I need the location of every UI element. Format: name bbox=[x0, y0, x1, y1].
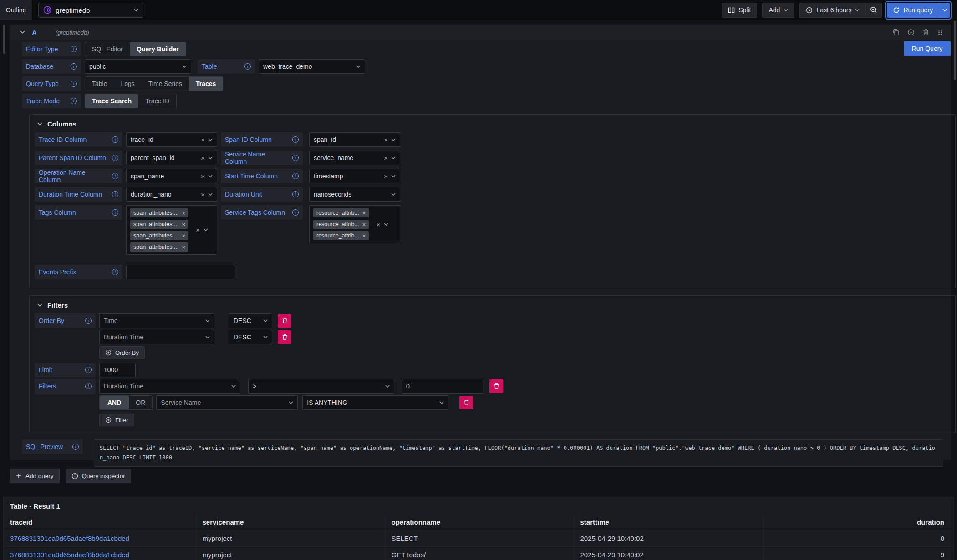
remove-chip-icon[interactable]: × bbox=[182, 233, 185, 239]
info-icon[interactable]: i bbox=[292, 191, 299, 197]
remove-chip-icon[interactable]: × bbox=[182, 222, 185, 227]
info-icon[interactable]: i bbox=[112, 136, 118, 143]
info-icon[interactable]: i bbox=[85, 383, 92, 389]
filter-field-select[interactable]: Duration Time bbox=[99, 379, 240, 394]
column-header-servicename[interactable]: servicename bbox=[196, 515, 385, 530]
remove-chip-icon[interactable]: × bbox=[362, 233, 366, 239]
clear-icon[interactable]: × bbox=[384, 136, 388, 143]
editor-type-option-sql-editor[interactable]: SQL Editor bbox=[85, 42, 130, 56]
database-select[interactable]: public bbox=[85, 59, 191, 74]
condition-and-option[interactable]: AND bbox=[100, 396, 129, 409]
filter-operator-select[interactable]: > bbox=[248, 379, 394, 394]
trace-id-link[interactable]: 3768831301ea0d65adaef8b9da1cbded bbox=[10, 551, 129, 559]
columns-section-header[interactable]: Columns bbox=[35, 119, 950, 128]
remove-filter-button[interactable] bbox=[489, 379, 503, 393]
run-query-button[interactable]: Run query bbox=[887, 3, 939, 18]
info-icon[interactable]: i bbox=[292, 136, 299, 143]
operation-name-column-select[interactable]: span_name × bbox=[126, 169, 217, 183]
column-header-duration[interactable]: duration bbox=[763, 515, 953, 530]
service-tags-column-multiselect[interactable]: resource_attrib...× resource_attrib...× … bbox=[309, 205, 400, 243]
column-header-operationname[interactable]: operationname bbox=[385, 515, 574, 530]
order-by-field-select-2[interactable]: Duration Time bbox=[99, 330, 214, 344]
duplicate-query-icon[interactable] bbox=[892, 29, 900, 36]
hide-response-icon[interactable] bbox=[907, 29, 915, 36]
filter-field-select-2[interactable]: Service Name bbox=[156, 395, 298, 410]
editor-type-option-query-builder[interactable]: Query Builder bbox=[130, 42, 186, 56]
info-icon[interactable]: i bbox=[112, 155, 118, 161]
right-scrollbar-thumb[interactable] bbox=[954, 21, 956, 80]
remove-order-by-button[interactable] bbox=[278, 314, 291, 328]
info-icon[interactable]: i bbox=[112, 173, 118, 179]
clear-icon[interactable]: × bbox=[384, 155, 388, 161]
run-query-dropdown[interactable] bbox=[939, 3, 950, 18]
duration-time-column-select[interactable]: duration_nano × bbox=[126, 187, 217, 202]
split-button[interactable]: Split bbox=[722, 3, 757, 18]
clear-icon[interactable]: × bbox=[201, 136, 205, 143]
info-icon[interactable]: i bbox=[292, 209, 299, 216]
info-icon[interactable]: i bbox=[85, 367, 92, 373]
zoom-out-time-button[interactable] bbox=[866, 3, 882, 18]
info-icon[interactable]: i bbox=[71, 46, 77, 52]
add-filter-button[interactable]: Filter bbox=[99, 414, 134, 426]
info-icon[interactable]: i bbox=[292, 173, 299, 179]
duration-unit-select[interactable]: nanoseconds bbox=[309, 187, 400, 202]
trace-id-link[interactable]: 3768831301ea0d65adaef8b9da1cbded bbox=[10, 535, 129, 542]
query-type-option-table[interactable]: Table bbox=[85, 77, 114, 91]
start-time-column-select[interactable]: timestamp × bbox=[309, 169, 400, 183]
clear-icon[interactable]: × bbox=[384, 173, 388, 180]
query-type-option-traces[interactable]: Traces bbox=[189, 77, 223, 91]
limit-input[interactable] bbox=[99, 363, 136, 377]
info-icon[interactable]: i bbox=[71, 63, 77, 70]
query-type-option-time-series[interactable]: Time Series bbox=[142, 77, 189, 91]
left-scrollbar-thumb[interactable] bbox=[3, 25, 5, 54]
remove-chip-icon[interactable]: × bbox=[182, 244, 185, 250]
order-by-direction-select-2[interactable]: DESC bbox=[229, 330, 272, 344]
query-type-option-logs[interactable]: Logs bbox=[114, 77, 141, 91]
span-id-column-select[interactable]: span_id × bbox=[309, 132, 400, 147]
order-by-field-select[interactable]: Time bbox=[99, 313, 214, 328]
remove-chip-icon[interactable]: × bbox=[182, 210, 185, 216]
filter-operator-select-2[interactable]: IS ANYTHING bbox=[302, 395, 448, 410]
time-range-picker[interactable]: Last 6 hours bbox=[799, 3, 866, 18]
info-icon[interactable]: i bbox=[85, 318, 92, 324]
remove-order-by-button-2[interactable] bbox=[278, 330, 291, 344]
remove-chip-icon[interactable]: × bbox=[362, 222, 366, 227]
remove-filter-button-2[interactable] bbox=[459, 396, 473, 409]
column-header-starttime[interactable]: starttime bbox=[574, 515, 763, 530]
filters-section-header[interactable]: Filters bbox=[35, 300, 950, 309]
clear-all-icon[interactable]: × bbox=[196, 227, 200, 233]
info-icon[interactable]: i bbox=[112, 209, 118, 216]
datasource-picker[interactable]: greptimedb bbox=[38, 3, 143, 18]
trace-mode-option-search[interactable]: Trace Search bbox=[85, 94, 138, 108]
query-inspector-button[interactable]: Query inspector bbox=[66, 469, 131, 483]
trace-mode-option-id[interactable]: Trace ID bbox=[138, 94, 176, 108]
filter-value-input[interactable] bbox=[402, 379, 483, 394]
clear-icon[interactable]: × bbox=[201, 191, 205, 198]
drag-handle-icon[interactable] bbox=[937, 29, 943, 36]
add-query-button[interactable]: Add query bbox=[10, 469, 60, 483]
delete-query-icon[interactable] bbox=[922, 29, 929, 36]
table-select[interactable]: web_trace_demo bbox=[259, 59, 365, 74]
info-icon[interactable]: i bbox=[244, 63, 251, 70]
events-prefix-input[interactable] bbox=[126, 265, 235, 279]
info-icon[interactable]: i bbox=[71, 81, 77, 87]
info-icon[interactable]: i bbox=[72, 444, 79, 450]
run-query-panel-button[interactable]: Run Query bbox=[904, 41, 951, 56]
info-icon[interactable]: i bbox=[112, 269, 118, 275]
clear-all-icon[interactable]: × bbox=[376, 221, 380, 228]
clear-icon[interactable]: × bbox=[201, 155, 205, 161]
add-button[interactable]: Add bbox=[762, 3, 794, 18]
trace-id-column-select[interactable]: trace_id × bbox=[126, 132, 217, 147]
info-icon[interactable]: i bbox=[292, 155, 299, 161]
info-icon[interactable]: i bbox=[112, 191, 118, 197]
parent-span-id-column-select[interactable]: parent_span_id × bbox=[126, 151, 217, 165]
remove-chip-icon[interactable]: × bbox=[362, 210, 366, 216]
query-row-header[interactable]: A (greptimedb) bbox=[10, 25, 951, 40]
column-header-traceid[interactable]: traceid bbox=[4, 515, 196, 530]
service-name-column-select[interactable]: service_name × bbox=[309, 151, 400, 165]
info-icon[interactable]: i bbox=[71, 98, 77, 104]
order-by-direction-select[interactable]: DESC bbox=[229, 313, 272, 328]
tags-column-multiselect[interactable]: span_attributes....× span_attributes....… bbox=[126, 205, 217, 255]
add-order-by-button[interactable]: Order By bbox=[99, 346, 145, 359]
clear-icon[interactable]: × bbox=[201, 173, 205, 180]
